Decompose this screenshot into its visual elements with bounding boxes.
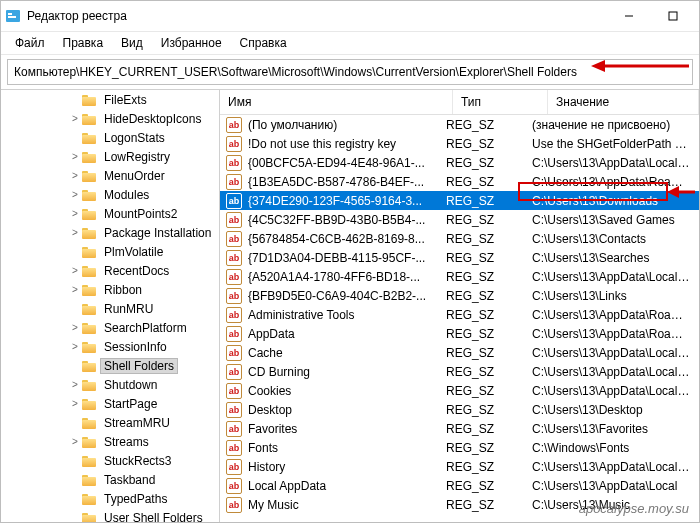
value-row[interactable]: ab{00BCFC5A-ED94-4E48-96A1-...REG_SZC:\U… bbox=[220, 153, 699, 172]
tree-node[interactable]: >Ribbon bbox=[1, 280, 219, 299]
folder-icon bbox=[82, 264, 98, 278]
minimize-button[interactable] bbox=[607, 2, 651, 31]
tree-node[interactable]: User Shell Folders bbox=[1, 508, 219, 522]
value-row[interactable]: ab{A520A1A4-1780-4FF6-BD18-...REG_SZC:\U… bbox=[220, 267, 699, 286]
string-value-icon: ab bbox=[226, 117, 242, 133]
value-row[interactable]: ab{BFB9D5E0-C6A9-404C-B2B2-...REG_SZC:\U… bbox=[220, 286, 699, 305]
expand-caret-icon[interactable]: > bbox=[69, 170, 81, 181]
value-row[interactable]: abCacheREG_SZC:\Users\13\AppData\Local\M… bbox=[220, 343, 699, 362]
value-type: REG_SZ bbox=[446, 403, 532, 417]
tree-label: TypedPaths bbox=[101, 492, 170, 506]
tree-node[interactable]: >Shutdown bbox=[1, 375, 219, 394]
value-name: {4C5C32FF-BB9D-43B0-B5B4-... bbox=[246, 213, 446, 227]
expand-caret-icon[interactable]: > bbox=[69, 208, 81, 219]
tree-node[interactable]: >Modules bbox=[1, 185, 219, 204]
tree-view[interactable]: FileExts>HideDesktopIconsLogonStats>LowR… bbox=[1, 90, 220, 522]
expand-caret-icon[interactable]: > bbox=[69, 227, 81, 238]
value-row[interactable]: abLocal AppDataREG_SZC:\Users\13\AppData… bbox=[220, 476, 699, 495]
expand-caret-icon[interactable]: > bbox=[69, 341, 81, 352]
value-row[interactable]: abCD BurningREG_SZC:\Users\13\AppData\Lo… bbox=[220, 362, 699, 381]
tree-node[interactable]: PlmVolatile bbox=[1, 242, 219, 261]
value-row[interactable]: ab{1B3EA5DC-B587-4786-B4EF-...REG_SZC:\U… bbox=[220, 172, 699, 191]
folder-icon bbox=[82, 378, 98, 392]
value-data: C:\Users\13\AppData\LocalLow bbox=[532, 270, 699, 284]
menu-edit[interactable]: Правка bbox=[55, 34, 112, 52]
tree-node[interactable]: LogonStats bbox=[1, 128, 219, 147]
value-data: C:\Users\13\AppData\Local\Microsoft\ bbox=[532, 460, 699, 474]
tree-label: LowRegistry bbox=[101, 150, 173, 164]
tree-node[interactable]: TypedPaths bbox=[1, 489, 219, 508]
expand-caret-icon[interactable]: > bbox=[69, 322, 81, 333]
tree-node[interactable]: >StartPage bbox=[1, 394, 219, 413]
value-row[interactable]: abAppDataREG_SZC:\Users\13\AppData\Roami… bbox=[220, 324, 699, 343]
value-name: Local AppData bbox=[246, 479, 446, 493]
expand-caret-icon[interactable]: > bbox=[69, 189, 81, 200]
expand-caret-icon[interactable]: > bbox=[69, 436, 81, 447]
tree-node[interactable]: >HideDesktopIcons bbox=[1, 109, 219, 128]
tree-node[interactable]: >MountPoints2 bbox=[1, 204, 219, 223]
value-name: Administrative Tools bbox=[246, 308, 446, 322]
value-rows[interactable]: ab(По умолчанию)REG_SZ(значение не присв… bbox=[220, 115, 699, 522]
value-row[interactable]: ab{374DE290-123F-4565-9164-3...REG_SZC:\… bbox=[220, 191, 699, 210]
menu-favorites[interactable]: Избранное bbox=[153, 34, 230, 52]
address-bar[interactable]: Компьютер\HKEY_CURRENT_USER\Software\Mic… bbox=[7, 59, 693, 85]
value-type: REG_SZ bbox=[446, 460, 532, 474]
titlebar[interactable]: Редактор реестра bbox=[1, 1, 699, 32]
value-name: !Do not use this registry key bbox=[246, 137, 446, 151]
value-row[interactable]: ab(По умолчанию)REG_SZ(значение не присв… bbox=[220, 115, 699, 134]
value-row[interactable]: abDesktopREG_SZC:\Users\13\Desktop bbox=[220, 400, 699, 419]
value-type: REG_SZ bbox=[446, 365, 532, 379]
menu-file[interactable]: Файл bbox=[7, 34, 53, 52]
folder-icon bbox=[82, 321, 98, 335]
menu-view[interactable]: Вид bbox=[113, 34, 151, 52]
tree-node[interactable]: Shell Folders bbox=[1, 356, 219, 375]
folder-icon bbox=[82, 302, 98, 316]
tree-node[interactable]: >Streams bbox=[1, 432, 219, 451]
expand-caret-icon[interactable]: > bbox=[69, 379, 81, 390]
tree-node[interactable]: >LowRegistry bbox=[1, 147, 219, 166]
expand-caret-icon[interactable]: > bbox=[69, 113, 81, 124]
folder-icon bbox=[82, 416, 98, 430]
tree-node[interactable]: >SearchPlatform bbox=[1, 318, 219, 337]
tree-node[interactable]: StreamMRU bbox=[1, 413, 219, 432]
expand-caret-icon[interactable]: > bbox=[69, 265, 81, 276]
tree-node[interactable]: StuckRects3 bbox=[1, 451, 219, 470]
folder-icon bbox=[82, 454, 98, 468]
tree-node[interactable]: >Package Installation bbox=[1, 223, 219, 242]
col-data[interactable]: Значение bbox=[548, 90, 699, 114]
tree-label: MountPoints2 bbox=[101, 207, 180, 221]
value-type: REG_SZ bbox=[446, 498, 532, 512]
value-row[interactable]: abCookiesREG_SZC:\Users\13\AppData\Local… bbox=[220, 381, 699, 400]
folder-icon bbox=[82, 169, 98, 183]
maximize-button[interactable] bbox=[651, 2, 695, 31]
tree-node[interactable]: >SessionInfo bbox=[1, 337, 219, 356]
value-type: REG_SZ bbox=[446, 308, 532, 322]
value-data: (значение не присвоено) bbox=[532, 118, 699, 132]
tree-node[interactable]: >MenuOrder bbox=[1, 166, 219, 185]
col-name[interactable]: Имя bbox=[220, 90, 453, 114]
value-row[interactable]: ab{7D1D3A04-DEBB-4115-95CF-...REG_SZC:\U… bbox=[220, 248, 699, 267]
value-type: REG_SZ bbox=[446, 346, 532, 360]
expand-caret-icon[interactable]: > bbox=[69, 398, 81, 409]
col-type[interactable]: Тип bbox=[453, 90, 548, 114]
value-row[interactable]: ab!Do not use this registry keyREG_SZUse… bbox=[220, 134, 699, 153]
value-row[interactable]: abHistoryREG_SZC:\Users\13\AppData\Local… bbox=[220, 457, 699, 476]
value-row[interactable]: ab{4C5C32FF-BB9D-43B0-B5B4-...REG_SZC:\U… bbox=[220, 210, 699, 229]
tree-node[interactable]: >RecentDocs bbox=[1, 261, 219, 280]
tree-node[interactable]: Taskband bbox=[1, 470, 219, 489]
menu-help[interactable]: Справка bbox=[232, 34, 295, 52]
tree-label: StuckRects3 bbox=[101, 454, 174, 468]
menubar: Файл Правка Вид Избранное Справка bbox=[1, 32, 699, 55]
value-row[interactable]: abFontsREG_SZC:\Windows\Fonts bbox=[220, 438, 699, 457]
string-value-icon: ab bbox=[226, 440, 242, 456]
value-row[interactable]: ab{56784854-C6CB-462B-8169-8...REG_SZC:\… bbox=[220, 229, 699, 248]
value-row[interactable]: abFavoritesREG_SZC:\Users\13\Favorites bbox=[220, 419, 699, 438]
expand-caret-icon[interactable]: > bbox=[69, 284, 81, 295]
value-row[interactable]: abAdministrative ToolsREG_SZC:\Users\13\… bbox=[220, 305, 699, 324]
expand-caret-icon[interactable]: > bbox=[69, 151, 81, 162]
tree-node[interactable]: FileExts bbox=[1, 90, 219, 109]
value-data: C:\Users\13\Searches bbox=[532, 251, 699, 265]
value-name: Cookies bbox=[246, 384, 446, 398]
string-value-icon: ab bbox=[226, 212, 242, 228]
tree-node[interactable]: RunMRU bbox=[1, 299, 219, 318]
